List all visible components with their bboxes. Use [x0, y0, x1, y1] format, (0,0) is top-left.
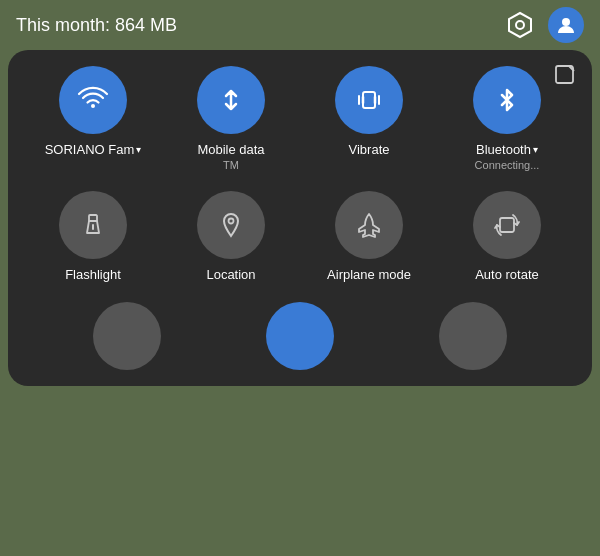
tile-vibrate[interactable]: Vibrate — [314, 66, 424, 157]
tile-wifi[interactable]: SORIANO Fam ▾ — [38, 66, 148, 157]
mobile-label-row: Mobile data — [197, 142, 264, 157]
svg-point-0 — [516, 21, 524, 29]
mobile-label: Mobile data — [197, 142, 264, 157]
wifi-dropdown-arrow: ▾ — [136, 144, 141, 155]
bottom-tile-3[interactable] — [418, 302, 528, 370]
status-title: This month: 864 MB — [16, 15, 177, 36]
bottom-circle-1 — [93, 302, 161, 370]
mobile-sublabel: TM — [223, 159, 239, 171]
svg-rect-3 — [363, 92, 375, 108]
quick-settings-panel: SORIANO Fam ▾ Mobile data TM — [8, 50, 592, 386]
avatar-icon[interactable] — [548, 7, 584, 43]
bottom-circle-3 — [439, 302, 507, 370]
flashlight-circle — [59, 191, 127, 259]
vibrate-label-row: Vibrate — [349, 142, 390, 157]
status-bar-right — [502, 7, 584, 43]
location-circle — [197, 191, 265, 259]
airplane-label-row: Airplane mode — [327, 267, 411, 282]
svg-point-10 — [229, 219, 234, 224]
tiles-row-2: Flashlight Location Airplan — [24, 191, 576, 282]
flashlight-label: Flashlight — [65, 267, 121, 282]
location-label: Location — [206, 267, 255, 282]
flashlight-label-row: Flashlight — [65, 267, 121, 282]
svg-point-1 — [562, 18, 570, 26]
bluetooth-label-row: Bluetooth ▾ — [476, 142, 538, 157]
bottom-partial-row — [24, 302, 576, 370]
status-bar: This month: 864 MB — [0, 0, 600, 50]
tile-airplane[interactable]: Airplane mode — [314, 191, 424, 282]
bottom-circle-2 — [266, 302, 334, 370]
tiles-row-1: SORIANO Fam ▾ Mobile data TM — [24, 66, 576, 171]
mobile-circle — [197, 66, 265, 134]
wifi-circle — [59, 66, 127, 134]
bluetooth-sublabel: Connecting... — [475, 159, 540, 171]
vibrate-label: Vibrate — [349, 142, 390, 157]
tile-mobile-data[interactable]: Mobile data TM — [176, 66, 286, 171]
tile-flashlight[interactable]: Flashlight — [38, 191, 148, 282]
status-bar-left: This month: 864 MB — [16, 15, 177, 36]
location-label-row: Location — [206, 267, 255, 282]
airplane-circle — [335, 191, 403, 259]
svg-rect-11 — [500, 218, 514, 232]
bluetooth-circle — [473, 66, 541, 134]
edit-icon[interactable] — [554, 64, 576, 91]
wifi-label: SORIANO Fam — [45, 142, 135, 157]
hexagon-icon[interactable] — [502, 7, 538, 43]
tile-location[interactable]: Location — [176, 191, 286, 282]
autorotate-label-row: Auto rotate — [475, 267, 539, 282]
vibrate-circle — [335, 66, 403, 134]
bluetooth-dropdown-arrow: ▾ — [533, 144, 538, 155]
autorotate-circle — [473, 191, 541, 259]
wifi-label-row: SORIANO Fam ▾ — [45, 142, 142, 157]
bluetooth-label: Bluetooth — [476, 142, 531, 157]
autorotate-label: Auto rotate — [475, 267, 539, 282]
tile-bluetooth[interactable]: Bluetooth ▾ Connecting... — [452, 66, 562, 171]
airplane-label: Airplane mode — [327, 267, 411, 282]
tile-autorotate[interactable]: Auto rotate — [452, 191, 562, 282]
bottom-tile-1[interactable] — [72, 302, 182, 370]
bottom-tile-2[interactable] — [245, 302, 355, 370]
